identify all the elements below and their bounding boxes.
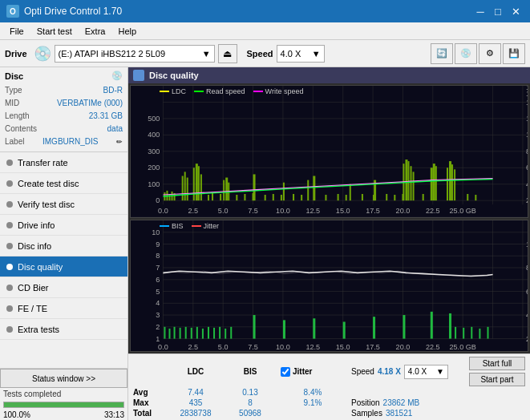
svg-rect-158: [196, 326, 198, 338]
svg-rect-163: [225, 329, 226, 339]
total-ldc: 2838738: [172, 409, 220, 418]
close-button[interactable]: ✕: [508, 3, 524, 19]
svg-rect-101: [475, 195, 476, 200]
refresh-button[interactable]: 🔄: [431, 43, 453, 64]
sidebar-item-disc-info[interactable]: Disc info: [0, 236, 127, 256]
nav-dot: [6, 243, 13, 249]
svg-rect-66: [244, 194, 245, 200]
bis-chart-svg: 1 2 3 4 5 6 7 8 9 10 2% 4%: [131, 220, 528, 351]
menu-start-test[interactable]: Start test: [30, 25, 79, 38]
sidebar-item-verify-test-disc[interactable]: Verify test disc: [0, 194, 127, 215]
disc-panel-title: Disc: [5, 71, 23, 81]
svg-text:18X: 18X: [526, 86, 528, 91]
svg-rect-98: [451, 164, 453, 200]
svg-text:25.0 GB: 25.0 GB: [450, 343, 476, 351]
settings-button[interactable]: ⚙: [479, 43, 501, 64]
svg-rect-153: [168, 329, 170, 339]
svg-rect-70: [273, 194, 274, 200]
title-bar: O Opti Drive Control 1.70 ─ □ ✕: [0, 0, 530, 22]
svg-rect-162: [219, 326, 220, 338]
svg-text:7.5: 7.5: [248, 206, 258, 214]
svg-text:20.0: 20.0: [396, 343, 411, 351]
eject-button[interactable]: ⏏: [218, 44, 237, 63]
svg-rect-73: [293, 194, 294, 200]
svg-text:4: 4: [156, 299, 160, 307]
chart1-legend: LDC Read speed Write speed: [160, 87, 303, 95]
svg-text:400: 400: [148, 131, 160, 139]
sidebar-item-create-test-disc[interactable]: Create test disc: [0, 173, 127, 194]
stats-total-row: Total 2838738 50968 Samples 381521: [133, 409, 525, 418]
svg-rect-85: [394, 195, 395, 200]
maximize-button[interactable]: □: [490, 3, 506, 19]
svg-text:5.0: 5.0: [218, 343, 229, 351]
charts-area: LDC Read speed Write speed: [128, 83, 530, 353]
svg-rect-52: [182, 176, 184, 200]
menu-extra[interactable]: Extra: [79, 25, 112, 38]
svg-text:10%: 10%: [526, 240, 528, 248]
minimize-button[interactable]: ─: [472, 3, 488, 19]
svg-text:1: 1: [156, 334, 160, 342]
save-button[interactable]: 💾: [503, 43, 525, 64]
sidebar-item-cd-bier[interactable]: CD Bier: [0, 277, 127, 298]
legend-jitter: Jitter: [192, 222, 220, 230]
svg-rect-59: [208, 195, 209, 200]
menu-file[interactable]: File: [3, 25, 30, 38]
max-bis: 8: [226, 398, 274, 407]
svg-rect-89: [407, 161, 409, 200]
chart-icon: [133, 70, 144, 81]
svg-rect-90: [411, 166, 412, 200]
sidebar-item-disc-quality[interactable]: Disc quality: [0, 256, 127, 277]
svg-text:6%: 6%: [526, 287, 528, 295]
svg-rect-159: [202, 329, 204, 339]
start-part-button[interactable]: Start part: [469, 373, 525, 386]
svg-rect-57: [198, 166, 200, 200]
drive-dropdown[interactable]: (E:) ATAPI iHBS212 2 5L09 ▼: [55, 45, 215, 63]
label-edit-icon[interactable]: ✏: [116, 135, 123, 148]
action-buttons: Start full Start part: [469, 357, 525, 386]
jitter-label: Jitter: [293, 367, 312, 376]
sidebar-item-extra-tests[interactable]: Extra tests: [0, 319, 127, 340]
disc-button[interactable]: 💿: [455, 43, 477, 64]
svg-text:8%: 8%: [526, 264, 528, 272]
svg-text:12X: 12X: [526, 115, 528, 123]
svg-rect-94: [433, 164, 435, 200]
svg-text:10X: 10X: [526, 131, 528, 139]
status-window-button[interactable]: Status window >>: [0, 369, 127, 388]
svg-rect-91: [413, 172, 415, 200]
disc-row-mid: MID VERBATIMe (000): [5, 97, 123, 110]
stats-max-row: Max 435 8 9.1% Position 23862 MB: [133, 398, 525, 407]
nav-dot: [6, 201, 13, 208]
svg-rect-155: [180, 327, 181, 338]
svg-rect-154: [174, 326, 176, 338]
svg-rect-80: [350, 184, 351, 200]
col-ldc-header: LDC: [172, 367, 220, 376]
title-controls: ─ □ ✕: [472, 3, 524, 19]
svg-text:25.0 GB: 25.0 GB: [450, 206, 476, 214]
stats-avg-row: Avg 7.44 0.13 8.4%: [133, 388, 525, 397]
jitter-checkbox[interactable]: [281, 367, 290, 377]
avg-bis: 0.13: [226, 388, 274, 397]
app-title: Opti Drive Control 1.70: [24, 6, 122, 17]
elapsed-time: 33:13: [104, 410, 124, 419]
svg-rect-88: [405, 160, 407, 200]
menu-help[interactable]: Help: [111, 25, 143, 38]
speed-dropdown[interactable]: 4.0 X ▼: [277, 45, 325, 63]
svg-text:15.0: 15.0: [336, 343, 350, 351]
svg-rect-161: [213, 327, 215, 338]
drive-label: Drive: [5, 49, 27, 59]
start-full-button[interactable]: Start full: [469, 357, 525, 370]
disc-row-contents: Contents data: [5, 123, 123, 135]
svg-text:17.5: 17.5: [366, 206, 380, 214]
sidebar-item-fe-te[interactable]: FE / TE: [0, 298, 127, 319]
main-area: Disc 💿 Type BD-R MID VERBATIMe (000) Len…: [0, 67, 530, 420]
svg-text:8X: 8X: [526, 147, 528, 155]
content-area: Disc quality LDC Read speed Wri: [128, 67, 530, 420]
bis-chart: BIS Jitter: [130, 220, 528, 352]
svg-rect-56: [196, 164, 198, 200]
speed-dropdown-stats[interactable]: 4.0 X ▼: [404, 365, 448, 379]
svg-text:7.5: 7.5: [248, 343, 258, 351]
sidebar-item-drive-info[interactable]: Drive info: [0, 215, 127, 236]
sidebar-item-transfer-rate[interactable]: Transfer rate: [0, 152, 127, 173]
svg-rect-177: [487, 326, 488, 338]
svg-text:4%: 4%: [526, 311, 528, 319]
